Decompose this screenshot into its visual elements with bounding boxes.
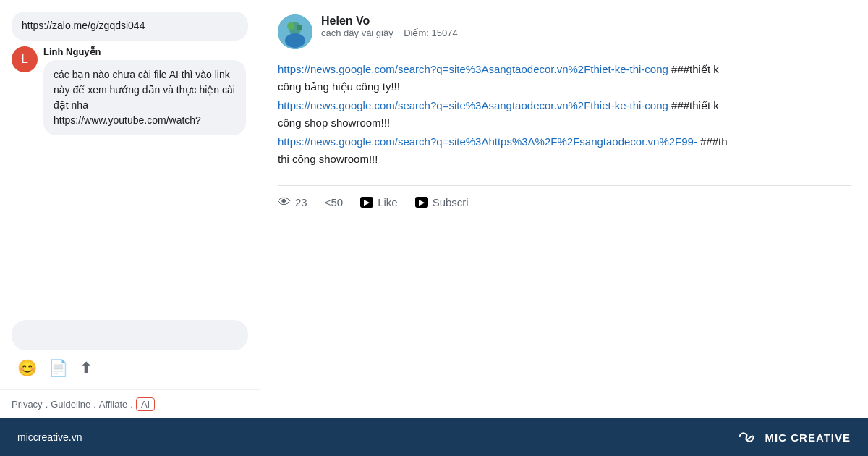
emoji-icon[interactable]: 😊 [17,359,37,378]
svg-point-2 [285,33,305,48]
chat-input-field[interactable] [12,320,248,350]
post-section-1: https://news.google.com/search?q=site%3A… [278,61,851,96]
domain-text: miccreative.vn [17,431,82,443]
youtube-subscribe-icon: ▶ [415,197,428,208]
post-body: https://news.google.com/search?q=site%3A… [278,61,851,168]
post-link-1[interactable]: https://news.google.com/search?q=site%3A… [278,63,668,75]
left-panel: https://zalo.me/g/zgqdsi044 L Linh Nguyễ… [0,0,260,418]
views-action[interactable]: 👁 23 [278,195,307,210]
chat-toolbar: 😊 📄 ⬆ [12,356,248,381]
like-action[interactable]: ▶ Like [360,196,398,208]
hash-text-3: ###th [700,135,728,148]
reactions-count: <50 [325,196,343,208]
privacy-link[interactable]: Privacy [12,399,43,410]
linh-sender-name: Linh Nguyễn [43,46,248,57]
zalo-url-bubble: https://zalo.me/g/zgqdsi044 [12,12,248,41]
helen-avatar [278,14,312,49]
suffix-text-3: thi công showroom!!! [278,153,378,165]
post-section-3: https://news.google.com/search?q=site%3A… [278,133,851,168]
post-link-2[interactable]: https://news.google.com/search?q=site%3A… [278,99,668,111]
dot-1: . [46,399,48,410]
ai-link[interactable]: AI [136,397,155,411]
zalo-url-text: https://zalo.me/g/zgqdsi044 [22,20,145,31]
footer-links: Privacy . Guideline . Affliate . AI [0,389,260,418]
right-panel: Helen Vo cách đây vài giây Điểm: 15074 h… [260,0,868,418]
brand-text: MIC CREATIVE [765,431,851,444]
share-icon[interactable]: ⬆ [80,359,93,378]
linh-message-text: các bạn nào chưa cài file AI thì vào lin… [43,60,246,135]
linh-message-row: L Linh Nguyễn các bạn nào chưa cài file … [12,46,248,135]
hash-text-1: ###thiết k [671,63,719,75]
views-count: 23 [295,196,307,208]
svg-point-3 [287,22,294,30]
guideline-link[interactable]: Guideline [51,399,90,410]
bottom-bar: miccreative.vn MIC CREATIVE [0,418,868,456]
chat-messages: https://zalo.me/g/zgqdsi044 L Linh Nguyễ… [0,0,260,311]
dot-3: . [130,399,133,410]
youtube-like-icon: ▶ [360,197,373,208]
eye-icon: 👁 [278,195,291,210]
mic-logo: MIC CREATIVE [733,428,851,446]
avatar-image [278,14,312,49]
user-meta: cách đây vài giây Điểm: 15074 [321,28,458,38]
post-header: Helen Vo cách đây vài giây Điểm: 15074 [278,14,851,49]
linh-message-content: Linh Nguyễn các bạn nào chưa cài file AI… [43,46,248,135]
subscribe-label: Subscri [433,196,469,208]
chat-input-area: 😊 📄 ⬆ [0,311,260,389]
user-name: Helen Vo [321,14,458,28]
hash-text-2: ###thiết k [671,99,719,111]
dot-2: . [93,399,96,410]
post-section-2: https://news.google.com/search?q=site%3A… [278,97,851,132]
post-footer: 👁 23 <50 ▶ Like ▶ Subscri [278,185,851,210]
linh-avatar: L [12,46,38,72]
file-icon[interactable]: 📄 [48,359,68,378]
suffix-text-1: công bảng hiệu công ty!!! [278,80,400,93]
subscribe-action[interactable]: ▶ Subscri [415,196,469,208]
mic-logo-icon [733,428,760,446]
reactions-action[interactable]: <50 [325,196,343,208]
suffix-text-2: công shop showroom!!! [278,117,390,129]
like-label: Like [378,196,398,208]
post-link-3[interactable]: https://news.google.com/search?q=site%3A… [278,135,697,148]
affliate-link[interactable]: Affliate [99,399,128,410]
user-info: Helen Vo cách đây vài giây Điểm: 15074 [321,14,458,38]
svg-point-4 [297,25,302,30]
